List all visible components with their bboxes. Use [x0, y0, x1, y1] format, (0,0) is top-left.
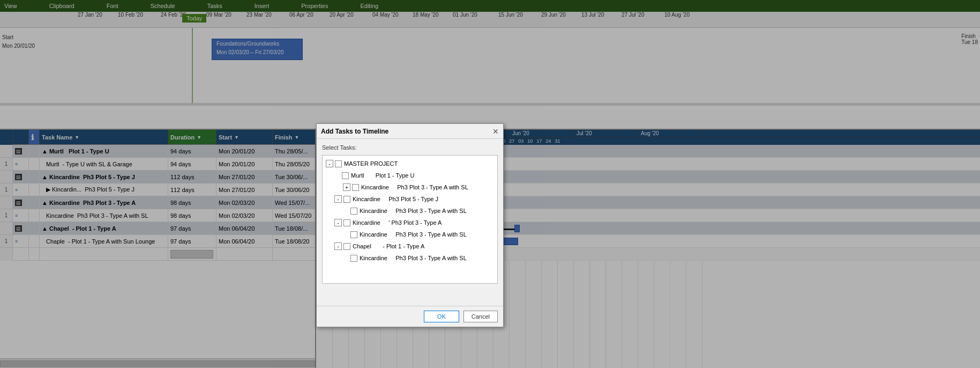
tree-label-chapel: Chapel - Plot 1 - Type A — [353, 243, 424, 249]
tree-item-kincardine1[interactable]: + Kincardine Ph3 Plot 3 - Type A with SL — [324, 181, 496, 193]
modal-title: Add Tasks to Timeline — [321, 128, 388, 135]
tree-label-kincardine4: Kincardine ' Ph3 Plot 3 - Type A — [353, 219, 442, 226]
tree-item-kincardine2[interactable]: - Kincardine Ph3 Plot 5 - Type J — [324, 193, 496, 205]
tree-item-kincardine3[interactable]: Kincardine Ph3 Plot 3 - Type A with SL — [324, 205, 496, 217]
tree-label-murtl: Murtl Plot 1 - Type U — [351, 172, 414, 179]
tree-label-kincardine2: Kincardine Ph3 Plot 5 - Type J — [353, 196, 438, 202]
cancel-button[interactable]: Cancel — [463, 311, 498, 322]
modal-close-button[interactable]: ✕ — [492, 127, 499, 136]
tree-expand-kincardine4[interactable]: - — [334, 219, 342, 226]
tree-checkbox-kincardine5[interactable] — [350, 231, 357, 238]
tree-item-murtl[interactable]: Murtl Plot 1 - Type U — [324, 170, 496, 181]
tree-checkbox-kincardine6[interactable] — [350, 255, 357, 262]
tree-label-master: MASTER PROJECT — [344, 160, 398, 167]
tree-checkbox-chapel[interactable] — [343, 243, 350, 250]
tree-expand-kincardine2[interactable]: - — [334, 195, 342, 203]
ok-button[interactable]: OK — [424, 311, 459, 322]
select-tasks-label: Select Tasks: — [322, 144, 498, 151]
tree-item-chapel[interactable]: - Chapel - Plot 1 - Type A — [324, 240, 496, 252]
tree-checkbox-kincardine2[interactable] — [343, 196, 350, 203]
modal-overlay: Add Tasks to Timeline ✕ Select Tasks: - … — [0, 0, 980, 368]
tree-checkbox-kincardine3[interactable] — [350, 208, 357, 215]
tree-item-master[interactable]: - MASTER PROJECT — [324, 158, 496, 170]
tree-label-kincardine3: Kincardine Ph3 Plot 3 - Type A with SL — [360, 208, 467, 214]
tree-item-kincardine5[interactable]: Kincardine Ph3 Plot 3 - Type A with SL — [324, 229, 496, 240]
tree-checkbox-murtl[interactable] — [342, 172, 349, 179]
tree-checkbox-master[interactable] — [335, 160, 342, 167]
tree-label-kincardine6: Kincardine Ph3 Plot 3 - Type A with SL — [360, 255, 467, 261]
tree-label-kincardine5: Kincardine Ph3 Plot 3 - Type A with SL — [360, 231, 467, 238]
tree-checkbox-kincardine1[interactable] — [352, 184, 359, 191]
modal-dialog: Add Tasks to Timeline ✕ Select Tasks: - … — [316, 123, 504, 327]
tree-expand-master[interactable]: - — [326, 160, 333, 167]
tree-label-kincardine1: Kincardine Ph3 Plot 3 - Type A with SL — [361, 184, 468, 190]
modal-titlebar: Add Tasks to Timeline ✕ — [317, 124, 503, 139]
task-tree: - MASTER PROJECT Murtl Plot 1 - Type U +… — [322, 155, 498, 284]
modal-body: Select Tasks: - MASTER PROJECT Murtl Plo… — [317, 139, 503, 306]
tree-checkbox-kincardine4[interactable] — [343, 219, 350, 226]
modal-footer: OK Cancel — [317, 306, 503, 327]
tree-expand-kincardine1[interactable]: + — [343, 183, 350, 191]
tree-item-kincardine4[interactable]: - Kincardine ' Ph3 Plot 3 - Type A — [324, 217, 496, 229]
tree-item-kincardine6[interactable]: Kincardine Ph3 Plot 3 - Type A with SL — [324, 252, 496, 264]
tree-expand-chapel[interactable]: - — [334, 242, 342, 250]
